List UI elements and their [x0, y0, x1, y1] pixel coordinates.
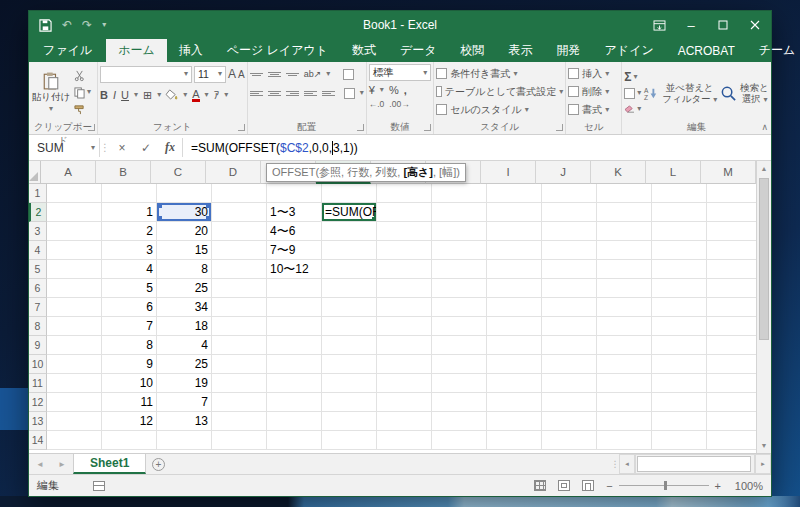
- cell-J5[interactable]: [542, 260, 597, 279]
- close-button[interactable]: [739, 11, 771, 39]
- increase-decimal-icon[interactable]: ←.0: [369, 99, 385, 109]
- cell-I2[interactable]: [487, 203, 542, 222]
- tab-7[interactable]: 開発: [545, 39, 593, 62]
- cell-D8[interactable]: [212, 317, 267, 336]
- cell-L3[interactable]: [652, 222, 707, 241]
- cell-F11[interactable]: [322, 374, 377, 393]
- zoom-slider-thumb[interactable]: [664, 481, 667, 490]
- scroll-right-icon[interactable]: ►: [755, 454, 771, 474]
- cell-I4[interactable]: [487, 241, 542, 260]
- cell-F12[interactable]: [322, 393, 377, 412]
- grow-font-icon[interactable]: A: [228, 67, 236, 81]
- customize-qat-icon[interactable]: ▾: [102, 21, 106, 29]
- cell-M2[interactable]: [707, 203, 756, 222]
- align-middle-icon[interactable]: [268, 70, 281, 79]
- cell-F3[interactable]: [322, 222, 377, 241]
- column-header-D[interactable]: D: [206, 161, 261, 184]
- cell-E7[interactable]: [267, 298, 322, 317]
- cell-E5[interactable]: 10〜12: [267, 260, 322, 279]
- cell-H8[interactable]: [432, 317, 487, 336]
- increase-indent-icon[interactable]: [322, 89, 335, 98]
- selection-handle[interactable]: [206, 203, 211, 208]
- cell-E8[interactable]: [267, 317, 322, 336]
- cell-G6[interactable]: [377, 279, 432, 298]
- cell-I8[interactable]: [487, 317, 542, 336]
- format-cells-button[interactable]: 書式▾: [568, 102, 619, 117]
- column-header-I[interactable]: I: [481, 161, 536, 184]
- select-all-corner[interactable]: [29, 161, 41, 184]
- cell-J12[interactable]: [542, 393, 597, 412]
- format-as-table-button[interactable]: テーブルとして書式設定▾: [436, 84, 563, 99]
- cell-F2[interactable]: =SUM(OF: [322, 203, 377, 222]
- number-format-combo[interactable]: 標準▾: [369, 64, 431, 81]
- tab-5[interactable]: 校閲: [449, 39, 497, 62]
- cell-B11[interactable]: 10: [102, 374, 157, 393]
- cell-H5[interactable]: [432, 260, 487, 279]
- cell-F5[interactable]: [322, 260, 377, 279]
- cell-H14[interactable]: [432, 431, 487, 450]
- cell-K7[interactable]: [597, 298, 652, 317]
- cell-K9[interactable]: [597, 336, 652, 355]
- cell-H3[interactable]: [432, 222, 487, 241]
- format-painter-button[interactable]: [74, 102, 91, 116]
- align-bottom-icon[interactable]: [286, 70, 299, 79]
- cell-L6[interactable]: [652, 279, 707, 298]
- cell-B10[interactable]: 9: [102, 355, 157, 374]
- cell-E13[interactable]: [267, 412, 322, 431]
- conditional-formatting-button[interactable]: 条件付き書式▾: [436, 66, 563, 81]
- cell-L4[interactable]: [652, 241, 707, 260]
- cell-B12[interactable]: 11: [102, 393, 157, 412]
- cell-M9[interactable]: [707, 336, 756, 355]
- cell-K2[interactable]: [597, 203, 652, 222]
- cell-H11[interactable]: [432, 374, 487, 393]
- cell-B2[interactable]: 1: [102, 203, 157, 222]
- cell-C3[interactable]: 20: [157, 222, 212, 241]
- cell-B13[interactable]: 12: [102, 412, 157, 431]
- row-header-5[interactable]: 5: [29, 260, 47, 279]
- cell-I11[interactable]: [487, 374, 542, 393]
- column-header-L[interactable]: L: [646, 161, 701, 184]
- font-name-combo[interactable]: ▾: [100, 66, 192, 83]
- alignment-dialog-launcher[interactable]: [357, 124, 364, 131]
- cell-F13[interactable]: [322, 412, 377, 431]
- cell-D13[interactable]: [212, 412, 267, 431]
- sort-filter-button[interactable]: AZ 並べ替えとフィルター ▾: [644, 66, 717, 120]
- cell-M13[interactable]: [707, 412, 756, 431]
- cell-G10[interactable]: [377, 355, 432, 374]
- font-dialog-launcher[interactable]: [238, 124, 245, 131]
- cell-I13[interactable]: [487, 412, 542, 431]
- cell-C6[interactable]: 25: [157, 279, 212, 298]
- cell-M5[interactable]: [707, 260, 756, 279]
- cell-A11[interactable]: [47, 374, 102, 393]
- cell-H12[interactable]: [432, 393, 487, 412]
- furigana-button[interactable]: ｱ: [214, 89, 220, 101]
- cell-E11[interactable]: [267, 374, 322, 393]
- cell-H4[interactable]: [432, 241, 487, 260]
- cell-C14[interactable]: [157, 431, 212, 450]
- column-header-J[interactable]: J: [536, 161, 591, 184]
- cell-A7[interactable]: [47, 298, 102, 317]
- cell-A3[interactable]: [47, 222, 102, 241]
- cell-J9[interactable]: [542, 336, 597, 355]
- cell-I12[interactable]: [487, 393, 542, 412]
- cell-K6[interactable]: [597, 279, 652, 298]
- cell-A9[interactable]: [47, 336, 102, 355]
- cell-H2[interactable]: [432, 203, 487, 222]
- borders-button[interactable]: ⊞: [143, 89, 152, 102]
- tab-8[interactable]: アドイン: [593, 39, 666, 62]
- cell-M10[interactable]: [707, 355, 756, 374]
- tab-10[interactable]: チーム: [747, 39, 800, 62]
- cell-F9[interactable]: [322, 336, 377, 355]
- row-header-1[interactable]: 1: [29, 184, 47, 203]
- cell-E1[interactable]: [267, 184, 322, 203]
- clipboard-dialog-launcher[interactable]: [88, 124, 95, 131]
- cell-G13[interactable]: [377, 412, 432, 431]
- confirm-entry-button[interactable]: ✓: [134, 135, 158, 160]
- tab-3[interactable]: 数式: [340, 39, 388, 62]
- delete-cells-button[interactable]: 削除▾: [568, 84, 619, 99]
- cell-F6[interactable]: [322, 279, 377, 298]
- cell-I3[interactable]: [487, 222, 542, 241]
- fill-handle[interactable]: [372, 217, 376, 221]
- cell-H10[interactable]: [432, 355, 487, 374]
- cell-K10[interactable]: [597, 355, 652, 374]
